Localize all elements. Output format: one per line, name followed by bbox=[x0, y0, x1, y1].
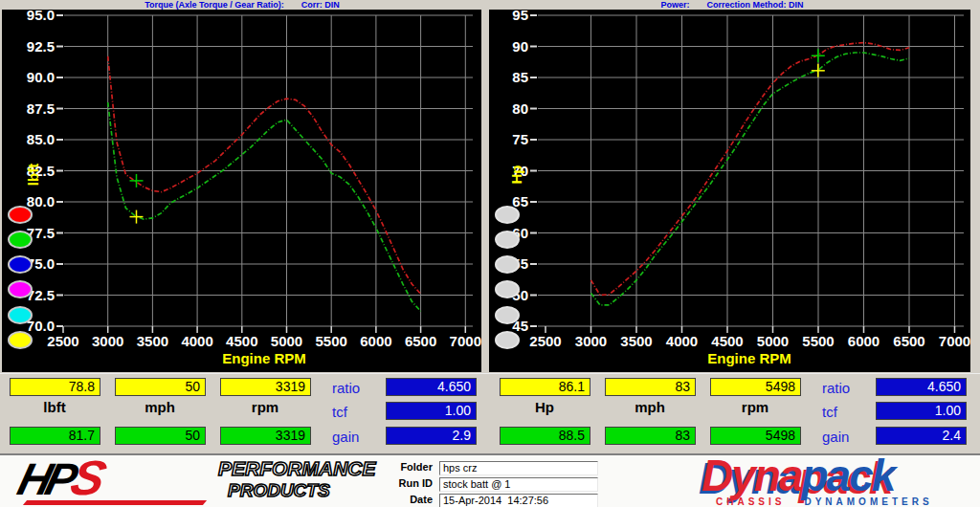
date-field[interactable]: 15-Apr-2014 14:27:56 bbox=[439, 494, 598, 507]
run-id-field[interactable]: stock batt @ 1 bbox=[439, 477, 598, 492]
svg-text:85.0: 85.0 bbox=[27, 131, 55, 147]
channel-button[interactable] bbox=[8, 255, 33, 274]
torque-panel-titlebar: Torque (Axle Torque / Gear Ratio):Corr: … bbox=[0, 0, 484, 10]
torque-cursor1-rpm: 3319 bbox=[220, 378, 311, 396]
ratio-label: ratio bbox=[822, 380, 850, 396]
svg-text:6500: 6500 bbox=[405, 333, 436, 349]
channel-button[interactable] bbox=[8, 306, 33, 324]
torque-chart-area: 95.092.590.087.585.082.580.077.575.072.5… bbox=[2, 10, 481, 372]
channel-button[interactable] bbox=[8, 231, 33, 249]
torque-gain-value: 2.9 bbox=[386, 427, 477, 445]
field-label: Run ID bbox=[383, 477, 433, 489]
svg-text:90.0: 90.0 bbox=[27, 69, 55, 85]
torque-chart-plot: 95.092.590.087.585.082.580.077.575.072.5… bbox=[2, 10, 481, 372]
folder-field[interactable]: hps crz bbox=[439, 461, 598, 475]
torque-y-axis-label: lbft bbox=[25, 152, 41, 198]
channel-button[interactable] bbox=[495, 331, 520, 349]
channel-button[interactable] bbox=[495, 206, 520, 224]
power-cursor2-value: 88.5 bbox=[500, 427, 590, 445]
rpm-unit-label: rpm bbox=[220, 399, 310, 415]
svg-text:6500: 6500 bbox=[893, 333, 924, 349]
dyno-software-window: Torque (Axle Torque / Gear Ratio):Corr: … bbox=[0, 0, 980, 507]
power-cursor1-mph: 83 bbox=[605, 378, 696, 396]
svg-text:3000: 3000 bbox=[575, 333, 607, 349]
dynapack-logo-subtitle: CHASSISDYNAMOMETERS bbox=[716, 496, 933, 507]
svg-text:4500: 4500 bbox=[226, 333, 257, 349]
svg-text:7000: 7000 bbox=[450, 333, 481, 349]
torque-cursor1-value: 78.8 bbox=[10, 378, 100, 396]
power-cursor1-rpm: 5498 bbox=[710, 378, 801, 396]
dynamometers-text: DYNAMOMETERS bbox=[804, 496, 932, 507]
ratio-label: ratio bbox=[332, 380, 360, 396]
power-unit-label: Hp bbox=[500, 399, 590, 415]
svg-text:70.0: 70.0 bbox=[27, 318, 55, 334]
svg-text:92.5: 92.5 bbox=[27, 38, 55, 55]
torque-cursor2-mph: 50 bbox=[115, 427, 206, 445]
dynapack-logo: Dynapack bbox=[702, 452, 894, 499]
hps-logo-underline bbox=[23, 500, 207, 505]
power-correction-label: Correction Method: DIN bbox=[707, 0, 804, 10]
svg-text:3000: 3000 bbox=[92, 333, 123, 349]
power-cursor2-rpm: 5498 bbox=[710, 427, 801, 445]
channel-button[interactable] bbox=[8, 331, 33, 349]
svg-text:90: 90 bbox=[512, 38, 528, 55]
svg-text:3500: 3500 bbox=[137, 333, 168, 349]
svg-text:2500: 2500 bbox=[529, 333, 561, 349]
power-gain-value: 2.4 bbox=[876, 427, 967, 445]
svg-text:80: 80 bbox=[512, 100, 528, 117]
svg-text:5500: 5500 bbox=[802, 333, 834, 349]
svg-text:7000: 7000 bbox=[939, 333, 970, 349]
svg-text:85: 85 bbox=[512, 69, 528, 85]
channel-button[interactable] bbox=[495, 255, 520, 274]
performance-text: PERFORMANCE bbox=[218, 457, 376, 479]
power-x-axis-label: Engine RPM bbox=[692, 350, 807, 366]
power-panel-title: Power: bbox=[660, 0, 689, 10]
channel-button[interactable] bbox=[8, 206, 33, 224]
svg-text:87.5: 87.5 bbox=[27, 100, 55, 117]
svg-text:75: 75 bbox=[512, 131, 528, 147]
channel-button[interactable] bbox=[495, 231, 520, 249]
power-chart-area: 9590858075706560555045250030003500400045… bbox=[489, 10, 970, 372]
field-label: Folder bbox=[383, 461, 433, 473]
footer-bar: HPS PERFORMANCE PRODUCTS Folderhps crzRu… bbox=[0, 455, 980, 507]
chassis-text: CHASSIS bbox=[716, 496, 785, 507]
hps-logo: HPS bbox=[19, 457, 100, 500]
power-chart-plot: 9590858075706560555045250030003500400045… bbox=[489, 10, 970, 372]
readout-strip: 78.8 50 3319 lbft mph rpm 81.7 50 3319 r… bbox=[0, 373, 980, 454]
hps-logo-tagline: PERFORMANCE PRODUCTS bbox=[218, 457, 376, 501]
svg-text:4500: 4500 bbox=[711, 333, 743, 349]
svg-text:3500: 3500 bbox=[620, 333, 652, 349]
torque-unit-label: lbft bbox=[10, 399, 100, 415]
torque-correction-label: Corr: DIN bbox=[301, 0, 340, 10]
mph-unit-label: mph bbox=[115, 399, 205, 415]
svg-text:5000: 5000 bbox=[757, 333, 789, 349]
torque-x-axis-label: Engine RPM bbox=[207, 350, 322, 366]
svg-text:6000: 6000 bbox=[848, 333, 880, 349]
field-label: Date bbox=[383, 494, 433, 505]
svg-text:95: 95 bbox=[512, 10, 528, 23]
rpm-unit-label: rpm bbox=[710, 399, 800, 415]
power-panel-titlebar: Power:Correction Method: DIN bbox=[484, 0, 980, 10]
torque-cursor2-value: 81.7 bbox=[10, 427, 100, 445]
channel-button[interactable] bbox=[495, 306, 520, 324]
channel-button[interactable] bbox=[8, 280, 33, 298]
torque-panel-title: Torque (Axle Torque / Gear Ratio): bbox=[145, 0, 284, 10]
svg-text:5000: 5000 bbox=[271, 333, 302, 349]
run-info-fields: Folderhps crzRun IDstock batt @ 1Date15-… bbox=[383, 461, 598, 507]
torque-cursor1-mph: 50 bbox=[115, 378, 206, 396]
tcf-label: tcf bbox=[822, 404, 837, 420]
mph-unit-label: mph bbox=[605, 399, 695, 415]
gain-label: gain bbox=[822, 429, 849, 445]
svg-text:95.0: 95.0 bbox=[27, 10, 55, 23]
channel-button[interactable] bbox=[495, 280, 520, 298]
power-ratio-value: 4.650 bbox=[876, 378, 967, 396]
products-text: PRODUCTS bbox=[228, 479, 376, 501]
torque-tcf-value: 1.00 bbox=[386, 402, 477, 420]
torque-cursor2-rpm: 3319 bbox=[220, 427, 311, 445]
run-red-power bbox=[591, 43, 910, 296]
run-green-power bbox=[591, 53, 910, 305]
run-red-torque bbox=[108, 56, 421, 294]
gain-label: gain bbox=[332, 429, 359, 445]
dynapack-logo-pack: pack bbox=[801, 451, 894, 500]
svg-text:2500: 2500 bbox=[47, 333, 78, 349]
